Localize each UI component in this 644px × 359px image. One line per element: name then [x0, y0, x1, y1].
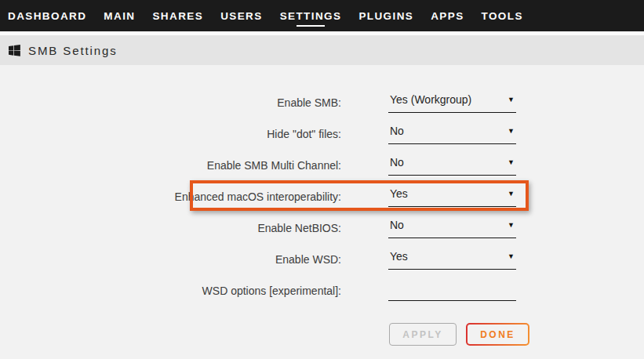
macos-interoperability-select[interactable]: Yes ▼: [388, 181, 516, 207]
chevron-down-icon: ▼: [508, 190, 515, 198]
select-value: Yes (Workgroup): [388, 93, 471, 106]
form-row-macos-interoperability: Enhanced macOS interoperability: Yes ▼: [0, 181, 644, 212]
enable-netbios-select[interactable]: No ▼: [388, 212, 516, 238]
smb-settings-page: DASHBOARD MAIN SHARES USERS SETTINGS PLU…: [0, 0, 644, 359]
chevron-down-icon: ▼: [508, 159, 515, 166]
form-row-hide-dot-files: Hide "dot" files: No ▼: [0, 118, 644, 150]
wsd-options-field-wrap: [388, 275, 516, 301]
smb-settings-form: Enable SMB: Yes (Workgroup) ▼ Hide "dot"…: [0, 65, 644, 306]
field-label: Hide "dot" files:: [0, 118, 341, 150]
form-row-enable-smb: Enable SMB: Yes (Workgroup) ▼: [0, 87, 644, 118]
wsd-options-input[interactable]: [388, 275, 516, 300]
chevron-down-icon: ▼: [508, 253, 515, 260]
field-label: Enable SMB:: [0, 87, 341, 118]
form-row-smb-multi-channel: Enable SMB Multi Channel: No ▼: [0, 150, 644, 181]
enable-smb-select[interactable]: Yes (Workgroup) ▼: [388, 87, 516, 113]
enable-wsd-select[interactable]: Yes ▼: [388, 244, 516, 270]
nav-item-dashboard[interactable]: DASHBOARD: [8, 0, 86, 31]
done-button-label: DONE: [468, 325, 528, 344]
field-label: Enhanced macOS interoperability:: [0, 181, 341, 212]
select-value: No: [388, 219, 404, 231]
page-title: SMB Settings: [28, 44, 118, 57]
nav-item-shares[interactable]: SHARES: [152, 0, 203, 31]
chevron-down-icon: ▼: [508, 222, 515, 229]
chevron-down-icon: ▼: [508, 128, 515, 135]
settings-form-area: Enable SMB: Yes (Workgroup) ▼ Hide "dot"…: [0, 65, 644, 359]
select-value: Yes: [388, 187, 408, 200]
page-header: SMB Settings: [0, 35, 644, 65]
field-label: Enable SMB Multi Channel:: [0, 150, 341, 181]
select-value: No: [388, 156, 404, 169]
field-label: WSD options [experimental]:: [0, 275, 341, 306]
select-value: Yes: [388, 250, 408, 263]
nav-item-settings[interactable]: SETTINGS: [280, 0, 342, 31]
hide-dot-files-select[interactable]: No ▼: [388, 118, 516, 144]
smb-multi-channel-select[interactable]: No ▼: [388, 150, 516, 176]
form-row-wsd-options: WSD options [experimental]:: [0, 275, 644, 306]
nav-item-tools[interactable]: TOOLS: [482, 0, 523, 31]
nav-item-apps[interactable]: APPS: [431, 0, 464, 31]
form-row-enable-wsd: Enable WSD: Yes ▼: [0, 244, 644, 275]
select-value: No: [388, 125, 404, 137]
nav-item-main[interactable]: MAIN: [104, 0, 135, 31]
nav-item-plugins[interactable]: PLUGINS: [358, 0, 413, 31]
windows-logo-icon: [9, 45, 20, 56]
form-action-buttons: APPLY DONE: [389, 323, 529, 346]
nav-item-users[interactable]: USERS: [220, 0, 263, 31]
form-row-enable-netbios: Enable NetBIOS: No ▼: [0, 212, 644, 244]
top-nav: DASHBOARD MAIN SHARES USERS SETTINGS PLU…: [0, 0, 644, 31]
field-label: Enable WSD:: [0, 244, 341, 275]
field-label: Enable NetBIOS:: [0, 212, 341, 244]
chevron-down-icon: ▼: [508, 96, 515, 103]
done-button[interactable]: DONE: [466, 323, 529, 346]
apply-button[interactable]: APPLY: [389, 323, 457, 346]
